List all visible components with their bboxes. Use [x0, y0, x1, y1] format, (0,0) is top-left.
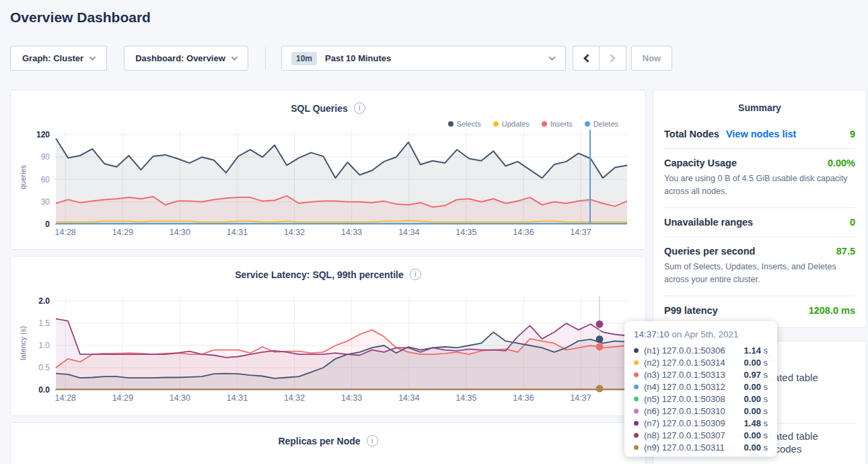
- tooltip-node-row: (n1) 127.0.0.1:503061.14 s: [634, 344, 768, 356]
- summary-row-qps: Queries per second 87.5 Sum of Selects, …: [664, 237, 855, 296]
- chevron-down-icon: [549, 54, 556, 61]
- info-icon[interactable]: i: [410, 269, 421, 280]
- time-step-buttons: [573, 46, 626, 71]
- tooltip-node-address: (n2) 127.0.0.1:50314: [644, 358, 725, 368]
- node-color-dot-icon: [634, 421, 639, 426]
- info-icon[interactable]: i: [354, 102, 365, 114]
- node-color-dot-icon: [634, 372, 639, 377]
- tooltip-node-address: (n8) 127.0.0.1:50307: [644, 430, 725, 440]
- legend-dot-icon: [542, 121, 547, 127]
- tooltip-node-value: 1.14 s: [744, 345, 768, 356]
- summary-row-unavailable-ranges: Unavailable ranges 0: [664, 208, 855, 237]
- service-latency-title: Service Latency: SQL, 99th percentile: [235, 269, 404, 280]
- graph-dropdown[interactable]: Graph: Cluster: [10, 46, 107, 71]
- svg-text:14:29: 14:29: [112, 228, 133, 237]
- total-nodes-label: Total Nodes: [664, 129, 719, 139]
- tooltip-node-value: 0.00 s: [744, 358, 768, 368]
- qps-value: 87.5: [836, 246, 855, 257]
- capacity-usage-desc: You are using 0 B of 4.5 GiB usable disk…: [664, 172, 855, 199]
- svg-text:60: 60: [41, 175, 50, 185]
- qps-label: Queries per second: [664, 246, 755, 257]
- replicas-per-node-panel: Replicas per Node i: [10, 422, 646, 464]
- node-color-dot-icon: [634, 409, 639, 413]
- tooltip-node-address: (n4) 127.0.0.1:50312: [644, 382, 725, 392]
- time-range-badge: 10m: [291, 52, 317, 65]
- toolbar-divider: [265, 47, 266, 69]
- unavailable-ranges-value: 0: [850, 217, 855, 228]
- time-range-label: Past 10 Minutes: [325, 53, 391, 63]
- legend-dot-icon: [585, 121, 590, 127]
- chart-hover-tooltip: 14:37:10 on Apr 5th, 2021 (n1) 127.0.0.1…: [624, 321, 777, 457]
- chevron-left-icon: [583, 54, 592, 63]
- service-latency-panel: Service Latency: SQL, 99th percentile i …: [10, 256, 646, 416]
- tooltip-node-row: (n5) 127.0.0.1:503080.00 s: [634, 393, 768, 405]
- tooltip-node-address: (n1) 127.0.0.1:50306: [644, 345, 725, 356]
- sql-queries-panel: SQL Queries i SelectsUpdatesInsertsDelet…: [10, 90, 646, 250]
- tooltip-node-value: 0.97 s: [744, 370, 768, 380]
- prev-time-button[interactable]: [573, 46, 600, 71]
- now-button[interactable]: Now: [631, 46, 672, 71]
- summary-row-capacity: Capacity Usage 0.00% You are using 0 B o…: [664, 149, 855, 208]
- dashboard-dropdown[interactable]: Dashboard: Overview: [124, 46, 248, 71]
- sql-queries-title: SQL Queries: [291, 103, 348, 114]
- summary-title: Summary: [653, 90, 866, 113]
- tooltip-node-row: (n2) 127.0.0.1:503140.00 s: [634, 356, 768, 368]
- svg-text:0.5: 0.5: [38, 363, 50, 372]
- svg-text:30: 30: [41, 197, 50, 207]
- sql-queries-chart[interactable]: 14:2814:2914:3014:3114:3214:3314:3414:35…: [11, 127, 647, 240]
- svg-text:14:30: 14:30: [170, 393, 190, 403]
- svg-text:14:31: 14:31: [227, 228, 248, 237]
- svg-text:14:33: 14:33: [341, 393, 362, 403]
- svg-text:0: 0: [45, 220, 50, 229]
- svg-text:14:37: 14:37: [570, 393, 591, 403]
- chevron-down-icon: [231, 54, 238, 61]
- graph-dropdown-label: Graph: Cluster: [22, 53, 83, 63]
- unavailable-ranges-label: Unavailable ranges: [664, 217, 753, 228]
- node-color-dot-icon: [634, 348, 639, 353]
- node-color-dot-icon: [634, 385, 639, 389]
- svg-text:14:37: 14:37: [570, 228, 591, 237]
- tooltip-timestamp: 14:37:10 on Apr 5th, 2021: [634, 329, 768, 339]
- time-range-select[interactable]: 10m Past 10 Minutes: [281, 46, 566, 71]
- tooltip-node-value: 1.48 s: [744, 418, 768, 428]
- tooltip-node-value: 0.00 s: [744, 406, 768, 416]
- capacity-usage-value: 0.00%: [828, 158, 855, 168]
- svg-text:1.5: 1.5: [38, 319, 50, 328]
- summary-row-p99: P99 latency 1208.0 ms: [664, 296, 855, 325]
- svg-text:14:34: 14:34: [398, 393, 419, 403]
- tooltip-node-row: (n4) 127.0.0.1:503120.00 s: [634, 380, 768, 393]
- legend-dot-icon: [493, 121, 499, 127]
- qps-desc: Sum of Selects, Updates, Inserts, and De…: [664, 261, 855, 287]
- next-time-button[interactable]: [600, 46, 626, 71]
- tooltip-node-value: 0.00 s: [744, 394, 768, 404]
- tooltip-node-address: (n6) 127.0.0.1:50310: [644, 406, 725, 416]
- info-icon[interactable]: i: [367, 435, 378, 446]
- svg-text:14:31: 14:31: [227, 393, 248, 403]
- tooltip-node-row: (n9) 127.0.0.1:503110.00 s: [634, 441, 768, 453]
- replicas-per-node-title: Replicas per Node: [278, 436, 360, 446]
- tooltip-node-address: (n5) 127.0.0.1:50308: [644, 394, 725, 404]
- svg-text:latency (s): latency (s): [19, 326, 27, 360]
- tooltip-node-row: (n8) 127.0.0.1:503070.00 s: [634, 429, 768, 441]
- node-color-dot-icon: [634, 433, 639, 438]
- svg-text:14:34: 14:34: [398, 228, 419, 237]
- svg-text:120: 120: [36, 130, 50, 139]
- svg-text:14:28: 14:28: [55, 393, 76, 403]
- chevron-right-icon: [607, 54, 616, 63]
- svg-text:14:32: 14:32: [284, 393, 305, 403]
- svg-text:14:32: 14:32: [284, 228, 305, 237]
- service-latency-chart[interactable]: 14:2814:2914:3014:3114:3214:3314:3414:35…: [11, 294, 647, 409]
- chevron-down-icon: [89, 54, 96, 61]
- page-title: Overview Dashboard: [10, 9, 151, 26]
- view-nodes-list-link[interactable]: View nodes list: [726, 129, 797, 139]
- tooltip-node-row: (n7) 127.0.0.1:503091.48 s: [634, 417, 768, 429]
- tooltip-node-value: 0.00 s: [744, 442, 768, 453]
- svg-text:14:28: 14:28: [55, 228, 76, 237]
- svg-text:90: 90: [41, 152, 50, 162]
- tooltip-node-address: (n7) 127.0.0.1:50309: [644, 418, 725, 428]
- svg-text:14:36: 14:36: [513, 228, 534, 237]
- svg-text:14:35: 14:35: [456, 228, 476, 237]
- node-color-dot-icon: [634, 397, 639, 401]
- tooltip-node-value: 0.00 s: [744, 382, 768, 392]
- node-color-dot-icon: [634, 360, 639, 365]
